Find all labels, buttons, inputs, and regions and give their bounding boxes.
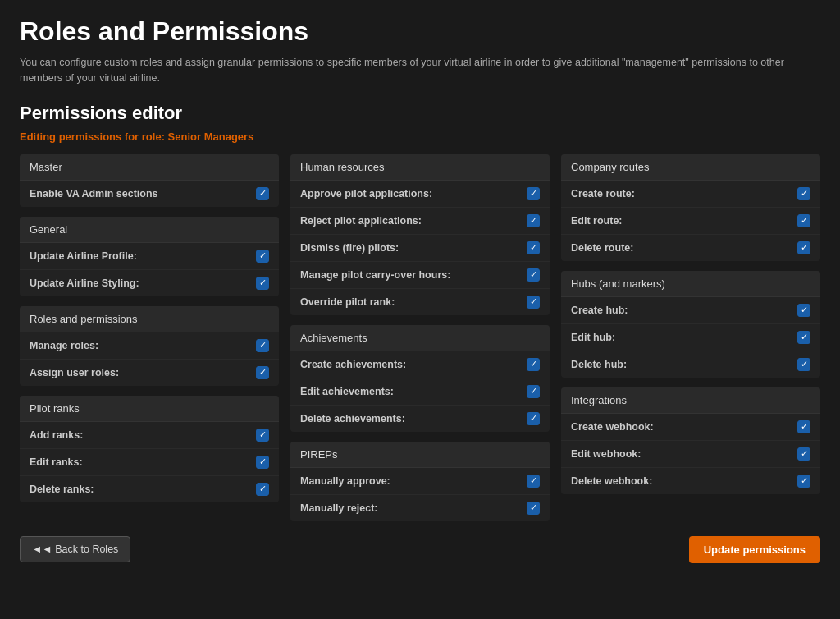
permission-label: Update Airline Profile:: [30, 250, 137, 262]
permission-row: Enable VA Admin sections: [20, 181, 279, 207]
permission-row: Edit achievements:: [290, 378, 550, 406]
card-body-0-1: Update Airline Profile:Update Airline St…: [20, 243, 279, 296]
permission-checkbox[interactable]: [256, 429, 269, 442]
permission-checkbox[interactable]: [256, 483, 269, 496]
permission-label: Manually reject:: [300, 502, 377, 514]
permission-label: Edit achievements:: [300, 386, 394, 397]
permission-checkbox[interactable]: [527, 385, 540, 398]
card-2-1: Hubs (and markers)Create hub:Edit hub:De…: [561, 271, 820, 378]
permission-checkbox[interactable]: [256, 187, 269, 200]
permission-label: Edit ranks:: [30, 456, 83, 468]
back-to-roles-button[interactable]: ◄◄ Back to Roles: [20, 536, 130, 562]
permission-label: Manage pilot carry-over hours:: [300, 269, 450, 281]
permission-checkbox[interactable]: [256, 339, 269, 352]
column-1: Human resourcesApprove pilot application…: [290, 154, 550, 521]
card-0-3: Pilot ranksAdd ranks:Edit ranks:Delete r…: [20, 396, 279, 502]
card-body-2-2: Create webhook:Edit webhook:Delete webho…: [561, 414, 820, 494]
page-title: Roles and Permissions: [20, 16, 820, 47]
card-body-1-2: Manually approve:Manually reject:: [290, 468, 550, 521]
permission-label: Manage roles:: [30, 340, 98, 351]
permission-checkbox[interactable]: [527, 475, 540, 488]
card-body-1-0: Approve pilot applications:Reject pilot …: [290, 181, 550, 315]
permission-row: Update Airline Profile:: [20, 243, 279, 270]
permission-row: Create webhook:: [561, 414, 820, 441]
permission-checkbox[interactable]: [797, 420, 810, 433]
column-0: MasterEnable VA Admin sectionsGeneralUpd…: [20, 154, 279, 502]
permission-row: Manage roles:: [20, 332, 279, 360]
permission-label: Delete ranks:: [30, 484, 94, 495]
permissions-columns: MasterEnable VA Admin sectionsGeneralUpd…: [20, 154, 820, 521]
card-header-0-2: Roles and permissions: [20, 306, 279, 332]
card-1-1: AchievementsCreate achievements:Edit ach…: [290, 325, 550, 432]
permission-row: Edit ranks:: [20, 449, 279, 476]
permission-label: Edit route:: [571, 215, 623, 227]
permission-row: Delete hub:: [561, 351, 820, 378]
permission-label: Create achievements:: [300, 359, 406, 370]
permission-checkbox[interactable]: [527, 296, 540, 309]
card-body-0-2: Manage roles:Assign user roles:: [20, 332, 279, 386]
permission-label: Delete achievements:: [300, 413, 405, 424]
permission-row: Create achievements:: [290, 351, 550, 378]
permission-label: Assign user roles:: [30, 367, 119, 378]
permission-row: Assign user roles:: [20, 360, 279, 386]
permission-checkbox[interactable]: [527, 358, 540, 371]
permission-row: Manually reject:: [290, 495, 550, 521]
card-header-1-2: PIREPs: [290, 442, 550, 468]
card-header-2-2: Integrations: [561, 387, 820, 414]
permission-checkbox[interactable]: [527, 241, 540, 254]
permission-checkbox[interactable]: [797, 331, 810, 344]
permission-label: Reject pilot applications:: [300, 215, 422, 227]
permission-label: Edit hub:: [571, 332, 615, 343]
permission-row: Approve pilot applications:: [290, 181, 550, 208]
section-title: Permissions editor: [20, 103, 820, 124]
column-2: Company routesCreate route:Edit route:De…: [561, 154, 820, 494]
permission-label: Delete hub:: [571, 359, 627, 370]
permission-row: Edit route:: [561, 208, 820, 235]
permission-row: Add ranks:: [20, 422, 279, 449]
permission-checkbox[interactable]: [256, 277, 269, 290]
permission-checkbox[interactable]: [527, 214, 540, 227]
card-header-2-1: Hubs (and markers): [561, 271, 820, 297]
card-body-2-1: Create hub:Edit hub:Delete hub:: [561, 297, 820, 378]
card-header-1-0: Human resources: [290, 154, 550, 181]
permission-checkbox[interactable]: [797, 475, 810, 488]
permission-row: Manage pilot carry-over hours:: [290, 262, 550, 289]
permission-checkbox[interactable]: [256, 366, 269, 379]
permission-label: Update Airline Styling:: [30, 277, 139, 289]
editing-role-prefix: Editing permissions for role:: [20, 131, 165, 143]
footer: ◄◄ Back to Roles Update permissions: [20, 536, 820, 563]
permission-row: Create hub:: [561, 297, 820, 324]
permission-checkbox[interactable]: [797, 358, 810, 371]
permission-label: Create route:: [571, 188, 635, 199]
card-header-0-0: Master: [20, 154, 279, 181]
card-header-2-0: Company routes: [561, 154, 820, 181]
card-header-1-1: Achievements: [290, 325, 550, 351]
permission-checkbox[interactable]: [256, 456, 269, 469]
card-1-0: Human resourcesApprove pilot application…: [290, 154, 550, 315]
card-body-1-1: Create achievements:Edit achievements:De…: [290, 351, 550, 432]
permission-checkbox[interactable]: [797, 214, 810, 227]
permission-label: Edit webhook:: [571, 448, 641, 460]
card-0-1: GeneralUpdate Airline Profile:Update Air…: [20, 217, 279, 296]
permission-label: Dismiss (fire) pilots:: [300, 242, 399, 254]
update-permissions-button[interactable]: Update permissions: [689, 536, 820, 563]
permission-row: Delete webhook:: [561, 468, 820, 494]
permission-checkbox[interactable]: [797, 447, 810, 461]
permission-checkbox[interactable]: [527, 268, 540, 282]
card-body-0-0: Enable VA Admin sections: [20, 181, 279, 207]
card-1-2: PIREPsManually approve:Manually reject:: [290, 442, 550, 521]
permission-row: Edit hub:: [561, 324, 820, 351]
permission-checkbox[interactable]: [797, 304, 810, 317]
permission-checkbox[interactable]: [527, 502, 540, 515]
permission-checkbox[interactable]: [527, 412, 540, 425]
permission-checkbox[interactable]: [256, 250, 269, 263]
permission-checkbox[interactable]: [527, 187, 540, 200]
permission-checkbox[interactable]: [797, 241, 810, 254]
permission-checkbox[interactable]: [797, 187, 810, 200]
permission-label: Approve pilot applications:: [300, 188, 432, 199]
permission-row: Edit webhook:: [561, 441, 820, 468]
permission-label: Create hub:: [571, 305, 628, 316]
permission-row: Delete ranks:: [20, 476, 279, 502]
card-header-0-1: General: [20, 217, 279, 243]
permission-row: Dismiss (fire) pilots:: [290, 235, 550, 262]
